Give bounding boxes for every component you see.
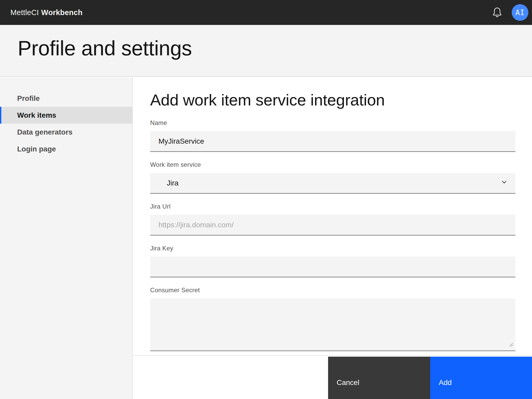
avatar-initials: AI [515, 8, 525, 17]
cancel-button[interactable]: Cancel [328, 357, 430, 399]
consumer-secret-label: Consumer Secret [150, 286, 515, 294]
brand-prefix: MettleCI [10, 8, 39, 17]
brand-product: Workbench [41, 8, 83, 17]
sidebar-item-login-page[interactable]: Login page [0, 141, 132, 157]
sidebar-item-profile[interactable]: Profile [0, 90, 132, 107]
settings-sidebar: Profile Work items Data generators Login… [0, 78, 133, 399]
section-heading: Add work item service integration [150, 91, 385, 109]
name-label: Name [150, 119, 515, 127]
sidebar-item-label: Work items [17, 111, 56, 119]
work-item-service-selected-value: Jira [158, 179, 178, 187]
work-item-service-label: Work item service [150, 161, 515, 169]
page-title: Profile and settings [18, 36, 192, 60]
name-input[interactable] [150, 131, 515, 152]
work-item-service-select[interactable]: Jira [150, 173, 515, 194]
sidebar-item-data-generators[interactable]: Data generators [0, 124, 132, 141]
bell-icon [491, 6, 503, 19]
consumer-secret-textarea[interactable] [150, 298, 515, 351]
consumer-secret-textarea-wrap [150, 298, 515, 351]
footer-divider [133, 355, 532, 356]
add-button[interactable]: Add [430, 357, 532, 399]
work-item-service-form: Name Work item service Jira Jira Url Jir… [150, 119, 515, 360]
page-title-band: Profile and settings [0, 25, 532, 77]
notifications-button[interactable] [490, 6, 504, 19]
sidebar-item-work-items[interactable]: Work items [0, 107, 132, 124]
jira-key-label: Jira Key [150, 244, 515, 252]
app-header: MettleCIWorkbench AI [0, 0, 532, 25]
sidebar-item-label: Profile [17, 94, 40, 103]
jira-key-field-group: Jira Key [150, 244, 515, 277]
brand: MettleCIWorkbench [10, 8, 83, 17]
jira-url-input[interactable] [150, 215, 515, 236]
consumer-secret-field-group: Consumer Secret [150, 286, 515, 351]
jira-url-field-group: Jira Url [150, 203, 515, 236]
user-avatar[interactable]: AI [512, 4, 528, 21]
footer-actions: Cancel Add [328, 357, 532, 399]
name-field-group: Name [150, 119, 515, 152]
sidebar-item-label: Data generators [17, 128, 72, 136]
sidebar-item-label: Login page [17, 145, 56, 153]
main-panel: Add work item service integration Name W… [133, 78, 532, 399]
jira-key-input[interactable] [150, 257, 515, 277]
work-item-service-field-group: Work item service Jira [150, 161, 515, 194]
chevron-down-icon [500, 178, 509, 188]
jira-url-label: Jira Url [150, 203, 515, 210]
header-actions: AI [490, 0, 528, 25]
